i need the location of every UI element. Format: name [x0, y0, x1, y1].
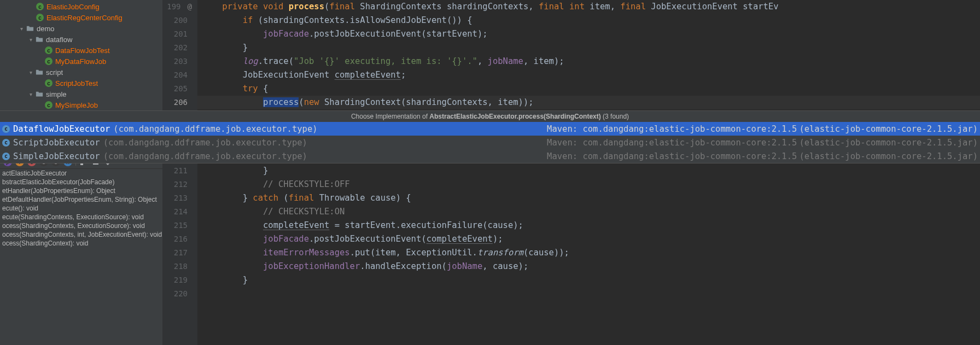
- gutter-line-number[interactable]: 217: [162, 246, 188, 260]
- code-line[interactable]: try {: [197, 82, 980, 96]
- tree-item-script[interactable]: ▾script: [0, 67, 162, 78]
- impl-choice-scriptjobexecutor[interactable]: cScriptJobExecutor(com.dangdang.ddframe.…: [0, 136, 980, 149]
- gutter-line-number[interactable]: 200: [162, 14, 188, 27]
- tree-item-scriptjobtest[interactable]: cScriptJobTest: [0, 78, 162, 89]
- editor: 199@200201202203204205206211212213214215…: [162, 0, 980, 345]
- code-line[interactable]: private void process(final ShardingConte…: [197, 0, 980, 14]
- tree-item-dataflowjobtest[interactable]: cDataFlowJobTest: [0, 45, 162, 56]
- gutter-line-number[interactable]: 212: [162, 178, 188, 191]
- editor-gutter: 199@200201202203204205206211212213214215…: [162, 0, 197, 345]
- impl-jar: (elastic-job-common-core-2.1.5.jar): [799, 124, 978, 134]
- code-line[interactable]: }: [197, 164, 980, 178]
- folder-icon: [36, 68, 43, 76]
- annotation-mark-icon[interactable]: @: [185, 2, 192, 11]
- impl-package: (com.dangdang.ddframe.job.executor.type): [103, 138, 307, 148]
- gutter-line-number[interactable]: 215: [162, 219, 188, 232]
- structure-item[interactable]: actElasticJobExecutor: [0, 169, 162, 178]
- tree-item-label: ElasticRegCenterConfig: [46, 14, 122, 22]
- gutter-line-number[interactable]: 216: [162, 232, 188, 246]
- code-line[interactable]: }: [197, 41, 980, 55]
- chevron-down-icon[interactable]: ▾: [18, 26, 25, 32]
- impl-class-name: SimpleJobExecutor: [13, 151, 100, 161]
- code-line[interactable]: // CHECKSTYLE:ON: [197, 205, 980, 219]
- structure-item[interactable]: ocess(ShardingContext): void: [0, 239, 162, 248]
- impl-class-name: DataflowJobExecutor: [13, 124, 110, 134]
- tree-item-label: demo: [37, 25, 55, 33]
- code-line[interactable]: itemErrorMessages.put(item, ExceptionUti…: [197, 246, 980, 260]
- gutter-line-number[interactable]: 214: [162, 205, 188, 219]
- gutter-line-number[interactable]: 220: [162, 287, 188, 301]
- code-line[interactable]: } catch (final Throwable cause) {: [197, 191, 980, 205]
- code-line[interactable]: if (shardingContexts.isAllowSendJobEvent…: [197, 14, 980, 27]
- code-line[interactable]: JobExecutionEvent completeEvent;: [197, 68, 980, 82]
- folder-icon: [36, 90, 43, 98]
- class-icon: c: [2, 125, 10, 133]
- code-line[interactable]: jobFacade.postJobExecutionEvent(startEve…: [197, 27, 980, 41]
- tree-item-label: MyDataFlowJob: [55, 57, 106, 66]
- gutter-line-number[interactable]: 199@: [162, 0, 188, 14]
- implementation-popup: Choose Implementation of AbstractElastic…: [0, 110, 980, 163]
- code-area[interactable]: private void process(final ShardingConte…: [197, 0, 980, 345]
- gutter-line-number[interactable]: 219: [162, 273, 188, 287]
- tree-item-demo[interactable]: ▾demo: [0, 23, 162, 34]
- gutter-line-number[interactable]: 202: [162, 41, 188, 55]
- code-line[interactable]: jobFacade.postJobExecutionEvent(complete…: [197, 232, 980, 246]
- impl-maven-coords: Maven: com.dangdang:elastic-job-common-c…: [547, 124, 797, 134]
- chevron-down-icon[interactable]: ▾: [27, 69, 34, 75]
- class-icon: c: [36, 3, 44, 10]
- gutter-line-number[interactable]: 204: [162, 68, 188, 82]
- tree-item-elasticjobconfig[interactable]: cElasticJobConfig: [0, 1, 162, 12]
- structure-item[interactable]: etHandler(JobPropertiesEnum): Object: [0, 186, 162, 195]
- structure-item[interactable]: ecute(): void: [0, 204, 162, 213]
- tree-item-label: ElasticJobConfig: [46, 3, 100, 11]
- code-line[interactable]: }: [197, 273, 980, 287]
- tree-item-label: MySimpleJob: [55, 101, 98, 109]
- tree-item-mydataflowjob[interactable]: cMyDataFlowJob: [0, 56, 162, 67]
- impl-choice-simplejobexecutor[interactable]: cSimpleJobExecutor(com.dangdang.ddframe.…: [0, 149, 980, 163]
- structure-item[interactable]: ocess(ShardingContexts, ExecutionSource)…: [0, 221, 162, 230]
- structure-item[interactable]: ocess(ShardingContexts, int, JobExecutio…: [0, 230, 162, 239]
- tree-item-label: ScriptJobTest: [55, 79, 98, 87]
- gutter-line-number[interactable]: 218: [162, 260, 188, 273]
- impl-jar: (elastic-job-common-core-2.1.5.jar): [799, 151, 978, 161]
- code-line[interactable]: // CHECKSTYLE:OFF: [197, 178, 980, 191]
- class-icon: c: [45, 79, 52, 87]
- impl-package: (com.dangdang.ddframe.job.executor.type): [113, 124, 317, 134]
- code-line[interactable]: process(new ShardingContext(shardingCont…: [197, 96, 980, 109]
- project-sidebar: cElasticJobConfigcElasticRegCenterConfig…: [0, 0, 162, 345]
- gutter-line-number[interactable]: 206: [162, 96, 188, 109]
- chevron-down-icon[interactable]: ▾: [27, 91, 34, 97]
- structure-item[interactable]: bstractElasticJobExecutor(JobFacade): [0, 178, 162, 186]
- gutter-line-number[interactable]: 201: [162, 27, 188, 41]
- structure-list: actElasticJobExecutorbstractElasticJobEx…: [0, 169, 162, 345]
- impl-choice-dataflowjobexecutor[interactable]: cDataflowJobExecutor(com.dangdang.ddfram…: [0, 122, 980, 136]
- tree-item-elasticregcenterconfig[interactable]: cElasticRegCenterConfig: [0, 12, 162, 23]
- impl-maven-coords: Maven: com.dangdang:elastic-job-common-c…: [547, 138, 797, 148]
- class-icon: c: [45, 57, 52, 65]
- gutter-line-number[interactable]: 203: [162, 55, 188, 68]
- gutter-line-number[interactable]: 205: [162, 82, 188, 96]
- class-icon: c: [36, 14, 44, 21]
- class-icon: c: [2, 139, 10, 147]
- gutter-line-number[interactable]: 213: [162, 191, 188, 205]
- structure-item[interactable]: etDefaultHandler(JobPropertiesEnum, Stri…: [0, 195, 162, 204]
- impl-package: (com.dangdang.ddframe.job.executor.type): [103, 151, 307, 161]
- code-line[interactable]: [197, 287, 980, 301]
- class-icon: c: [2, 153, 10, 160]
- gutter-line-number[interactable]: 211: [162, 164, 188, 178]
- tree-item-mysimplejob[interactable]: cMySimpleJob: [0, 100, 162, 110]
- popup-title: Choose Implementation of AbstractElastic…: [0, 111, 980, 122]
- structure-item[interactable]: ecute(ShardingContexts, ExecutionSource)…: [0, 213, 162, 221]
- impl-jar: (elastic-job-common-core-2.1.5.jar): [799, 138, 978, 148]
- code-line[interactable]: log.trace("Job '{}' executing, item is: …: [197, 55, 980, 68]
- tree-item-simple[interactable]: ▾simple: [0, 89, 162, 100]
- tree-item-label: simple: [46, 90, 67, 98]
- code-line[interactable]: jobExceptionHandler.handleException(jobN…: [197, 260, 980, 273]
- chevron-down-icon[interactable]: ▾: [27, 37, 34, 43]
- tree-item-dataflow[interactable]: ▾dataflow: [0, 34, 162, 45]
- tree-item-label: dataflow: [46, 36, 72, 44]
- impl-maven-coords: Maven: com.dangdang:elastic-job-common-c…: [547, 151, 797, 161]
- code-line[interactable]: completeEvent = startEvent.executionFail…: [197, 219, 980, 232]
- class-icon: c: [45, 46, 52, 54]
- folder-icon: [36, 36, 43, 43]
